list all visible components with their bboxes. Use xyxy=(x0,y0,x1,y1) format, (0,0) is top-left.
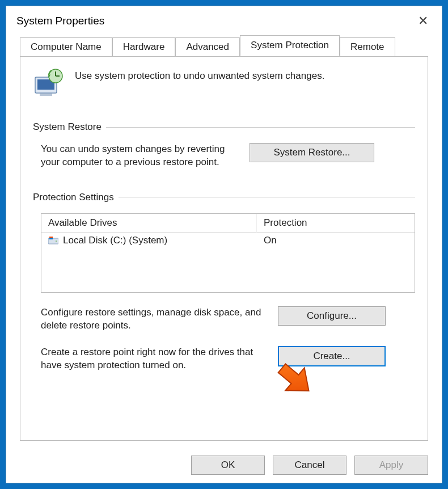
tab-strip: Computer Name Hardware Advanced System P… xyxy=(6,36,442,56)
ok-button[interactable]: OK xyxy=(191,456,265,475)
system-restore-row: You can undo system changes by reverting… xyxy=(41,143,415,169)
system-protection-icon xyxy=(33,67,65,99)
drives-list-header: Available Drives Protection xyxy=(41,214,415,233)
apply-button[interactable]: Apply xyxy=(354,456,428,475)
system-properties-dialog: System Properties ✕ Computer Name Hardwa… xyxy=(6,6,442,483)
divider xyxy=(119,197,415,197)
section-protection-settings-header: Protection Settings xyxy=(33,192,415,203)
intro-text: Use system protection to undo unwanted s… xyxy=(75,67,324,82)
divider xyxy=(106,127,415,128)
column-protection[interactable]: Protection xyxy=(257,214,415,233)
configure-button[interactable]: Configure... xyxy=(278,306,386,326)
configure-description: Configure restore settings, manage disk … xyxy=(41,306,268,332)
create-description: Create a restore point right now for the… xyxy=(41,346,268,372)
system-restore-description: You can undo system changes by reverting… xyxy=(41,143,239,169)
svg-point-8 xyxy=(56,241,57,242)
column-available-drives[interactable]: Available Drives xyxy=(41,214,257,233)
tab-advanced[interactable]: Advanced xyxy=(175,37,240,57)
cancel-button[interactable]: Cancel xyxy=(273,456,346,475)
dialog-footer: OK Cancel Apply xyxy=(191,456,428,475)
titlebar: System Properties ✕ xyxy=(6,6,442,36)
tab-system-protection[interactable]: System Protection xyxy=(240,35,340,56)
tab-computer-name[interactable]: Computer Name xyxy=(20,37,112,57)
tab-hardware[interactable]: Hardware xyxy=(112,37,176,57)
system-restore-button[interactable]: System Restore... xyxy=(250,143,374,162)
drives-list[interactable]: Available Drives Protection Local Disk (… xyxy=(41,213,415,293)
tab-panel-system-protection: Use system protection to undo unwanted s… xyxy=(20,56,428,441)
close-button[interactable]: ✕ xyxy=(411,11,435,31)
section-protection-settings-label: Protection Settings xyxy=(33,192,114,203)
drive-protection-status: On xyxy=(257,233,415,248)
outer-frame: System Properties ✕ Computer Name Hardwa… xyxy=(0,0,448,489)
drive-icon xyxy=(48,237,58,244)
create-row: Create a restore point right now for the… xyxy=(41,346,415,372)
svg-rect-2 xyxy=(40,94,52,96)
create-button[interactable]: Create... xyxy=(278,346,386,366)
svg-rect-7 xyxy=(49,237,53,238)
configure-row: Configure restore settings, manage disk … xyxy=(41,306,415,332)
intro-row: Use system protection to undo unwanted s… xyxy=(33,67,415,99)
section-system-restore-label: System Restore xyxy=(33,121,102,133)
section-system-restore-header: System Restore xyxy=(33,121,415,133)
drive-row[interactable]: Local Disk (C:) (System) On xyxy=(41,233,415,248)
drive-name: Local Disk (C:) (System) xyxy=(63,235,167,246)
window-title: System Properties xyxy=(16,15,104,27)
tab-remote[interactable]: Remote xyxy=(340,37,395,57)
